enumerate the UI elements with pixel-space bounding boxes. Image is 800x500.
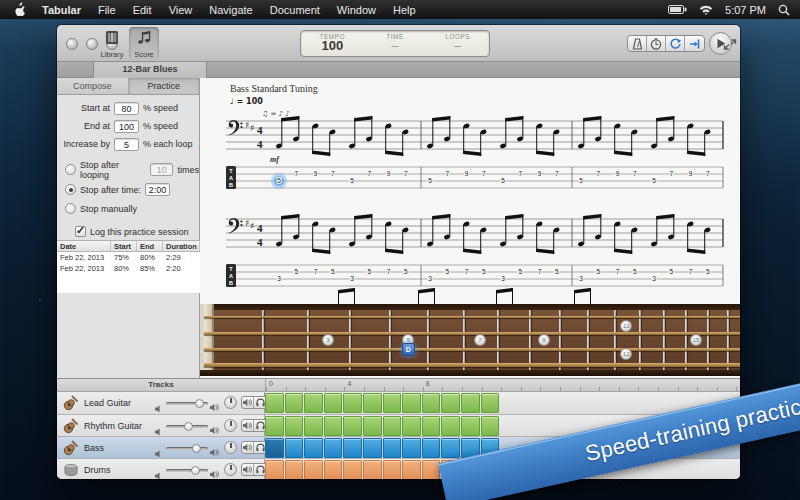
timeline-cell[interactable] — [402, 438, 421, 458]
timeline-cell[interactable] — [363, 416, 382, 436]
tab-number[interactable]: 7 — [616, 268, 620, 275]
menu-item-view[interactable]: View — [169, 4, 193, 16]
pan-knob[interactable] — [224, 441, 237, 454]
tab-number[interactable]: 7 — [294, 170, 298, 177]
timeline-cell[interactable] — [285, 393, 304, 413]
tab-number[interactable]: 5 — [669, 268, 673, 275]
timeline-cell[interactable] — [383, 438, 402, 458]
spotlight-icon[interactable] — [778, 4, 790, 16]
active-note-badge[interactable]: D — [402, 343, 415, 356]
stop-time-radio[interactable] — [65, 184, 76, 195]
timer-button[interactable] — [647, 36, 666, 51]
tab-number[interactable]: 5 — [350, 177, 354, 184]
tab-number[interactable]: 7 — [669, 170, 673, 177]
tab-number[interactable]: 7 — [518, 170, 522, 177]
tab-number[interactable]: 9 — [689, 170, 693, 177]
track-row[interactable]: Lead Guitar — [57, 392, 740, 414]
timeline-cell[interactable] — [461, 416, 480, 436]
timeline-cell[interactable] — [402, 416, 421, 436]
tab-number[interactable]: 9 — [616, 170, 620, 177]
tab-number[interactable]: 7 — [689, 268, 693, 275]
timeline-cell[interactable] — [324, 416, 343, 436]
timeline-cell[interactable] — [265, 416, 284, 436]
tab-number[interactable]: 5 — [331, 268, 335, 275]
session-row[interactable]: Feb 22, 201375%80%2:29 — [57, 252, 200, 263]
pan-knob[interactable] — [224, 396, 237, 409]
document-tab[interactable]: 12-Bar Blues — [93, 62, 207, 78]
stop-time-input[interactable]: 2:00 — [145, 183, 170, 196]
timeline-cell[interactable] — [324, 460, 343, 479]
score-canvas[interactable]: Bass Standard Tuning ♩ = 100 ♫ = ♪ ♪ ♯♯4… — [200, 78, 740, 378]
tab-compose[interactable]: Compose — [57, 78, 129, 94]
mute-button[interactable] — [242, 464, 254, 475]
timeline-cell[interactable] — [441, 416, 460, 436]
col-duration[interactable]: Duration — [163, 241, 200, 251]
timeline-cell[interactable] — [265, 460, 284, 479]
timeline-cell[interactable] — [402, 460, 421, 479]
library-button[interactable]: Library — [97, 27, 127, 59]
tab-number[interactable]: 5 — [633, 268, 637, 275]
timeline-cell[interactable] — [441, 393, 460, 413]
tab-number[interactable]: 7 — [706, 170, 710, 177]
loop-times-input[interactable]: 10 — [150, 163, 174, 176]
timeline-ruler[interactable]: 048 — [265, 379, 740, 391]
tab-number[interactable]: 7 — [331, 170, 335, 177]
tab-number[interactable]: 5 — [518, 268, 522, 275]
tab-number[interactable]: 7 — [538, 268, 542, 275]
bass-string[interactable] — [204, 316, 740, 318]
session-row[interactable]: Feb 22, 201380%85%2:20 — [57, 263, 200, 274]
timeline-cell[interactable] — [363, 438, 382, 458]
close-button[interactable] — [66, 38, 78, 50]
tab-number[interactable]: 7 — [404, 170, 408, 177]
timeline-cell[interactable] — [383, 460, 402, 479]
timeline-cell[interactable] — [461, 393, 480, 413]
increase-input[interactable]: 5 — [114, 138, 139, 151]
timeline-cell[interactable] — [481, 393, 500, 413]
volume-slider[interactable] — [166, 402, 208, 405]
col-start[interactable]: Start — [111, 241, 137, 251]
timeline-cell[interactable] — [265, 393, 284, 413]
tab-number[interactable]: 3 — [652, 275, 656, 282]
battery-icon[interactable] — [668, 5, 687, 14]
tab-number[interactable]: 5 — [579, 177, 583, 184]
mute-button[interactable] — [242, 420, 254, 431]
notation-system-1[interactable]: ♯♯44mfTAB579757975797579757975797 — [226, 113, 726, 199]
volume-slider[interactable] — [166, 469, 208, 472]
tab-number[interactable]: 7 — [633, 170, 637, 177]
metronome-button[interactable] — [628, 36, 647, 51]
timeline-cell[interactable] — [383, 393, 402, 413]
timeline-cell[interactable] — [422, 416, 441, 436]
timeline-cell[interactable] — [343, 460, 362, 479]
volume-thumb[interactable] — [191, 466, 200, 475]
menu-item-document[interactable]: Document — [270, 4, 320, 16]
menu-item-file[interactable]: File — [98, 4, 116, 16]
tab-number[interactable]: 5 — [294, 268, 298, 275]
tab-number[interactable]: 5 — [277, 177, 281, 184]
tab-number[interactable]: 7 — [367, 170, 371, 177]
volume-slider[interactable] — [166, 425, 208, 428]
tab-number[interactable]: 5 — [367, 268, 371, 275]
tab-number[interactable]: 3 — [501, 275, 505, 282]
volume-thumb[interactable] — [192, 444, 201, 453]
tab-number[interactable]: 7 — [555, 170, 559, 177]
fullscreen-button[interactable] — [723, 37, 737, 55]
timeline-cell[interactable] — [402, 393, 421, 413]
apple-icon[interactable] — [12, 2, 25, 17]
tab-number[interactable]: 7 — [596, 170, 600, 177]
tab-number[interactable]: 5 — [482, 268, 486, 275]
volume-slider[interactable] — [166, 447, 208, 450]
timeline-cell[interactable] — [363, 460, 382, 479]
volume-thumb[interactable] — [195, 399, 204, 408]
tab-number[interactable]: 5 — [652, 177, 656, 184]
timeline-cell[interactable] — [324, 438, 343, 458]
end-speed-input[interactable]: 100 — [114, 120, 139, 133]
tab-number[interactable]: 9 — [538, 170, 542, 177]
loop-button[interactable] — [666, 36, 685, 51]
start-speed-input[interactable]: 80 — [114, 102, 139, 115]
tab-number[interactable]: 5 — [555, 268, 559, 275]
col-end[interactable]: End — [137, 241, 163, 251]
tab-number[interactable]: 7 — [465, 268, 469, 275]
menu-item-window[interactable]: Window — [337, 4, 376, 16]
stop-looping-radio[interactable] — [65, 164, 76, 175]
timeline-cell[interactable] — [304, 393, 323, 413]
